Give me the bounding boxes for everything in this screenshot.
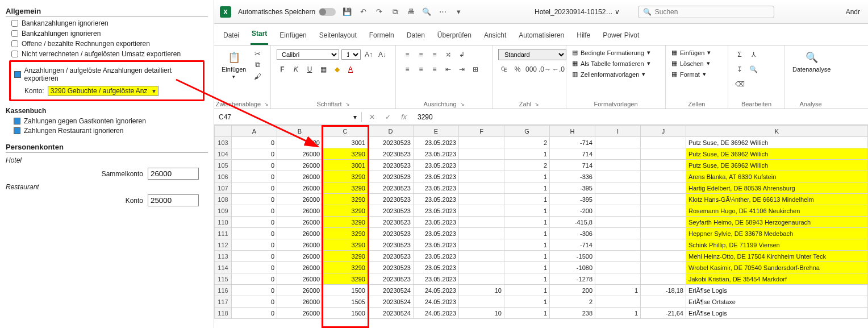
cell[interactable] bbox=[459, 171, 504, 182]
cell[interactable]: 0 bbox=[232, 273, 277, 285]
cell[interactable] bbox=[459, 194, 504, 205]
sammelkonto-input[interactable] bbox=[148, 168, 199, 180]
cell[interactable]: 20 bbox=[277, 137, 323, 148]
cell[interactable]: 1 bbox=[504, 194, 550, 205]
cell[interactable]: Arens Blanka, AT 6330 Kufstein bbox=[686, 171, 868, 182]
cell[interactable]: 20230523 bbox=[368, 194, 414, 205]
table-row[interactable]: 10702600032902023052323.05.20231-395Hart… bbox=[215, 182, 868, 194]
dec-inc-icon[interactable]: .0→ bbox=[539, 64, 550, 75]
dropdown-icon[interactable]: ▾ bbox=[454, 7, 463, 16]
checkbox-icon[interactable] bbox=[14, 127, 20, 134]
cell[interactable] bbox=[595, 262, 641, 273]
row-header[interactable]: 111 bbox=[215, 228, 232, 239]
cell[interactable] bbox=[459, 160, 504, 171]
cell[interactable]: 26000 bbox=[277, 205, 323, 217]
cell[interactable] bbox=[641, 194, 686, 205]
cell[interactable]: 24.05.2023 bbox=[414, 308, 459, 319]
cell[interactable]: 2 bbox=[550, 296, 595, 308]
cell[interactable]: 10 bbox=[459, 308, 504, 319]
cell[interactable]: 3290 bbox=[323, 205, 368, 217]
table-row[interactable]: 11602600015002023052424.05.20231012001-1… bbox=[215, 285, 868, 296]
format-table-button[interactable]: ▦Als Tabelle formatieren ▾ bbox=[572, 60, 650, 67]
cell[interactable]: 20230523 bbox=[368, 148, 414, 160]
cell[interactable]: 20230524 bbox=[368, 308, 414, 319]
dialog-launcher-icon[interactable]: ↘ bbox=[460, 101, 465, 107]
search-qat-icon[interactable]: 🔍 bbox=[422, 7, 431, 16]
cell[interactable]: 714 bbox=[550, 148, 595, 160]
table-row[interactable]: 11502600032902023052323.05.20231-1278Jak… bbox=[215, 273, 868, 285]
filename[interactable]: Hotel_20230914-10152… ∨ bbox=[535, 8, 620, 16]
cell[interactable]: 26000 bbox=[277, 285, 323, 296]
cell[interactable] bbox=[641, 273, 686, 285]
autosave-toggle[interactable] bbox=[319, 8, 336, 16]
row-header[interactable]: 113 bbox=[215, 251, 232, 262]
cell[interactable]: 26000 bbox=[277, 296, 323, 308]
cell[interactable]: Schink Phillip, DE 71199 Viersen bbox=[686, 239, 868, 251]
cell[interactable] bbox=[459, 228, 504, 239]
cell[interactable]: -18,18 bbox=[641, 285, 686, 296]
cell[interactable]: 714 bbox=[550, 160, 595, 171]
cell[interactable]: 3001 bbox=[323, 160, 368, 171]
cell[interactable]: 0 bbox=[232, 205, 277, 217]
dialog-launcher-icon[interactable]: ↘ bbox=[345, 101, 350, 107]
cell[interactable]: Mehl Heinz-Otto, DE 17504 Kirchheim Unte… bbox=[686, 251, 868, 262]
cell[interactable] bbox=[459, 148, 504, 160]
cell[interactable]: 3290 bbox=[323, 194, 368, 205]
table-row[interactable]: 10602600032902023052323.05.20231-336Aren… bbox=[215, 171, 868, 182]
thousands-icon[interactable]: 000 bbox=[525, 64, 537, 75]
format-painter-icon[interactable]: 🖌 bbox=[251, 72, 264, 81]
tab-ansicht[interactable]: Ansicht bbox=[483, 28, 507, 45]
tab-überprüfen[interactable]: Überprüfen bbox=[436, 28, 473, 45]
cell[interactable] bbox=[641, 239, 686, 251]
cell[interactable] bbox=[595, 296, 641, 308]
copy-icon[interactable]: ⧉ bbox=[251, 60, 264, 69]
col-header-B[interactable]: B bbox=[277, 126, 323, 137]
cell[interactable]: 20230523 bbox=[368, 239, 414, 251]
checkbox[interactable] bbox=[11, 40, 18, 47]
table-row[interactable]: 11802600015002023052424.05.20231012381-2… bbox=[215, 308, 868, 319]
konto-select[interactable]: 3290 Gebuchte / aufgelöste Anz bbox=[48, 86, 158, 96]
cell[interactable]: 20230523 bbox=[368, 182, 414, 194]
table-row[interactable]: 11102600032902023052323.05.20231-306Hepp… bbox=[215, 228, 868, 239]
redo-icon[interactable]: ↷ bbox=[374, 7, 383, 16]
table-row[interactable]: 10402600032902023052323.05.20231714Putz … bbox=[215, 148, 868, 160]
table-row[interactable]: 10502600030012023052323.05.20232714Putz … bbox=[215, 160, 868, 171]
autosum-icon[interactable]: Σ bbox=[734, 49, 745, 60]
col-header-G[interactable]: G bbox=[504, 126, 550, 137]
cell[interactable]: 0 bbox=[232, 171, 277, 182]
cell[interactable]: -1080 bbox=[550, 262, 595, 273]
cell[interactable]: 2 bbox=[504, 137, 550, 148]
cell[interactable] bbox=[641, 160, 686, 171]
paste-button[interactable]: 📋 Einfügen ▾ bbox=[220, 49, 248, 81]
cell[interactable]: 1 bbox=[504, 171, 550, 182]
align-bot-icon[interactable]: ≡ bbox=[429, 49, 440, 60]
cell[interactable]: 23.05.2023 bbox=[414, 205, 459, 217]
cell[interactable]: 26000 bbox=[277, 182, 323, 194]
cell[interactable]: 20230523 bbox=[368, 262, 414, 273]
col-header-C[interactable]: C bbox=[323, 126, 368, 137]
cell[interactable]: 24.05.2023 bbox=[414, 285, 459, 296]
checkbox-icon[interactable] bbox=[14, 118, 20, 124]
align-center-icon[interactable]: ≡ bbox=[415, 64, 427, 75]
cell[interactable]: 23.05.2023 bbox=[414, 251, 459, 262]
row-header[interactable]: 114 bbox=[215, 262, 232, 273]
cell[interactable]: Putz Suse, DE 36962 Willich bbox=[686, 160, 868, 171]
confirm-fx-icon[interactable]: ✓ bbox=[382, 111, 394, 123]
cell[interactable]: 3290 bbox=[323, 262, 368, 273]
cell[interactable]: Seyfarth Heimo, DE 58943 Herzogenaurach bbox=[686, 217, 868, 228]
cell[interactable]: 20230523 bbox=[368, 217, 414, 228]
tab-start[interactable]: Start bbox=[251, 26, 268, 45]
cell[interactable]: -395 bbox=[550, 194, 595, 205]
align-top-icon[interactable]: ≡ bbox=[402, 49, 413, 60]
spreadsheet-grid[interactable]: ABCDEFGHIJK10302030012023052323.05.20232… bbox=[214, 125, 868, 328]
insert-cells-button[interactable]: ▦Einfügen ▾ bbox=[671, 49, 711, 56]
cell[interactable]: 1500 bbox=[323, 285, 368, 296]
dialog-launcher-icon[interactable]: ↘ bbox=[264, 101, 269, 107]
row-header[interactable]: 103 bbox=[215, 137, 232, 148]
row-header[interactable]: 109 bbox=[215, 205, 232, 217]
row-header[interactable]: 110 bbox=[215, 217, 232, 228]
cell[interactable]: 0 bbox=[232, 296, 277, 308]
italic-icon[interactable]: K bbox=[290, 64, 302, 75]
cell[interactable]: 0 bbox=[232, 285, 277, 296]
row-header[interactable]: 107 bbox=[215, 182, 232, 194]
